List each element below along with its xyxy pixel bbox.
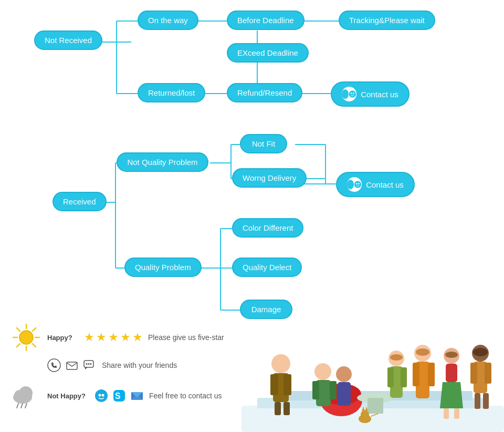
svg-point-54 [88,363,90,365]
phone-icon [47,358,61,372]
node-not-received: Not Received [34,30,102,50]
svg-point-58 [19,386,33,400]
svg-point-55 [90,363,92,365]
svg-point-39 [356,183,358,184]
row1-text: Please give us five-star [148,333,224,342]
node-contact-us-2[interactable]: Contact us [336,172,415,197]
contact-icon-1 [342,87,356,101]
svg-line-46 [17,328,20,331]
node-wrong-delivery: Worng Delivery [232,168,307,188]
node-received: Received [52,192,107,211]
svg-point-35 [349,90,356,97]
svg-point-41 [19,331,33,344]
svg-rect-87 [330,381,337,399]
svg-point-91 [390,354,403,361]
svg-line-61 [25,404,27,408]
node-quality-problem: Quality Problem [124,258,202,277]
node-on-the-way: On the way [138,11,198,30]
node-returned-lost: Returned/lost [138,83,205,102]
svg-point-38 [354,181,361,188]
svg-point-53 [86,363,88,365]
node-not-fit: Not Fit [240,134,287,153]
svg-rect-86 [312,381,319,399]
svg-rect-110 [485,363,491,384]
star-4: ★ [120,331,131,344]
node-color-different: Color Different [232,218,303,238]
svg-point-40 [358,183,360,184]
node-refund-resend: Refund/Resend [227,83,302,102]
people-illustration [242,311,504,432]
aliwang-icon [94,389,108,403]
bottom-left-feedback: Happy? ★ ★ ★ ★ ★ Please give us five-sta… [0,311,242,432]
svg-point-78 [271,354,290,373]
svg-rect-105 [454,408,459,419]
svg-marker-103 [440,382,463,408]
svg-point-96 [416,348,429,356]
share-icons [47,358,97,372]
node-contact-us-1[interactable]: Contact us [331,81,410,107]
svg-point-62 [95,389,108,402]
svg-rect-94 [401,367,407,387]
svg-rect-89 [338,382,351,406]
svg-rect-82 [275,402,281,415]
star-3: ★ [108,331,119,344]
node-quality-defect: Quality Delect [232,258,302,277]
svg-rect-51 [67,362,77,369]
svg-rect-83 [284,402,290,415]
svg-rect-99 [428,363,435,386]
svg-rect-80 [270,374,278,395]
svg-point-101 [445,352,458,358]
svg-point-88 [336,366,352,382]
svg-point-84 [314,363,331,380]
svg-rect-109 [470,363,477,384]
cloud-icon [10,380,42,412]
svg-point-63 [99,394,101,397]
star-1: ★ [84,331,94,344]
node-exceed-deadline: EXceed Deadline [227,43,309,63]
svg-point-36 [351,92,352,94]
not-happy-label: Not Happy? [47,392,89,400]
svg-point-50 [48,359,60,372]
skype-icon: S [112,389,126,403]
svg-rect-104 [444,408,449,419]
svg-line-60 [21,404,23,408]
chat-icon [83,358,97,372]
svg-rect-93 [387,367,394,387]
svg-line-49 [17,344,20,347]
svg-line-48 [33,328,36,331]
contact-icons: S [94,389,144,403]
star-2: ★ [96,331,107,344]
svg-point-107 [473,348,488,356]
svg-point-37 [353,92,354,94]
people-svg [242,311,504,432]
svg-rect-77 [368,398,383,414]
svg-rect-112 [483,393,489,409]
svg-line-59 [17,404,18,408]
node-before-deadline: Before Deadline [227,11,304,30]
svg-rect-111 [475,393,480,409]
contact-email-icon [130,389,144,403]
happy-label: Happy? [47,334,79,342]
svg-rect-81 [284,374,291,395]
flowchart-container: Not Received On the way Before Deadline … [0,0,504,432]
node-not-quality: Not Quality Problem [117,152,208,172]
svg-point-114 [361,410,369,419]
svg-point-64 [102,394,104,397]
contact-icon-2 [347,177,362,192]
sun-icon [10,322,42,353]
node-tracking-wait: Tracking&Please wait [339,11,435,30]
svg-rect-102 [446,364,457,382]
svg-line-47 [33,344,36,347]
star-5: ★ [132,331,143,344]
row3-text: Feel free to contact us [149,392,222,400]
stars-row: ★ ★ ★ ★ ★ [84,331,143,344]
email-icon [65,358,79,372]
svg-text:S: S [115,392,121,400]
bottom-section: Happy? ★ ★ ★ ★ ★ Please give us five-sta… [0,311,504,432]
row2-text: Share with your friends [102,361,177,369]
svg-rect-98 [413,363,419,386]
